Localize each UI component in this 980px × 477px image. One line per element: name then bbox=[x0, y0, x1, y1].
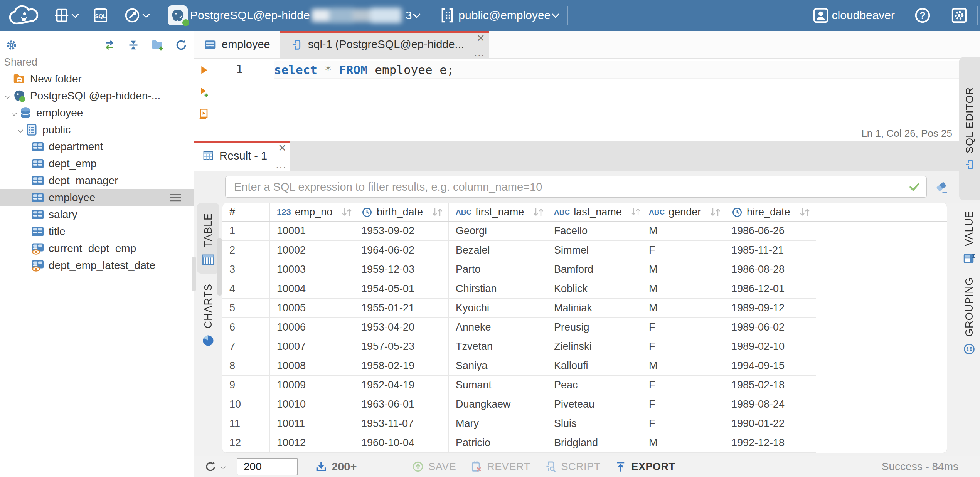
table-cell[interactable]: Koblick bbox=[547, 279, 642, 299]
row-number[interactable]: 1 bbox=[222, 222, 270, 241]
chevron-down-icon[interactable] bbox=[9, 108, 19, 118]
table-cell[interactable]: 1959-12-03 bbox=[354, 260, 449, 279]
new-folder-icon[interactable] bbox=[150, 38, 164, 52]
close-icon[interactable]: ✕ bbox=[477, 33, 485, 43]
tree-item-new-folder[interactable]: New folder bbox=[0, 71, 194, 87]
table-cell[interactable]: Chirstian bbox=[449, 279, 547, 299]
table-cell[interactable]: Kalloufi bbox=[547, 356, 642, 376]
table-cell[interactable]: Saniya bbox=[449, 356, 547, 376]
column-header-first_name[interactable]: ABCfirst_name bbox=[449, 203, 547, 221]
table-cell[interactable]: Tzvetan bbox=[449, 337, 547, 356]
sort-icon[interactable] bbox=[340, 207, 353, 218]
table-cell[interactable]: 1952-04-19 bbox=[354, 376, 449, 395]
table-cell[interactable]: Bezalel bbox=[449, 241, 547, 260]
row-number[interactable]: 2 bbox=[222, 241, 270, 260]
execute-new-tab-icon[interactable] bbox=[198, 86, 210, 98]
fetch-more-button[interactable]: 200+ bbox=[315, 460, 357, 473]
table-cell[interactable]: 1986-06-26 bbox=[724, 222, 816, 241]
refresh-tree-icon[interactable] bbox=[174, 38, 188, 52]
table-cell[interactable]: Peac bbox=[547, 376, 642, 395]
execute-script-icon[interactable] bbox=[198, 107, 210, 119]
table-cell[interactable]: 1963-06-01 bbox=[354, 395, 449, 414]
sync-connection-icon[interactable] bbox=[103, 38, 116, 52]
tree-item-dept_manager[interactable]: dept_manager bbox=[0, 172, 194, 189]
new-connection-button[interactable] bbox=[45, 0, 85, 31]
table-cell[interactable]: 1986-12-01 bbox=[724, 279, 816, 299]
table-cell[interactable]: M bbox=[642, 356, 724, 376]
table-cell[interactable]: M bbox=[642, 260, 724, 279]
column-header-birth_date[interactable]: birth_date bbox=[354, 203, 449, 221]
sort-icon[interactable] bbox=[798, 207, 811, 218]
column-header-last_name[interactable]: ABClast_name bbox=[547, 203, 642, 221]
code-area[interactable]: select * FROM employee e; bbox=[268, 59, 980, 126]
row-number[interactable]: 6 bbox=[222, 318, 270, 337]
tab-menu-icon[interactable]: ... bbox=[276, 160, 286, 170]
settings-button[interactable] bbox=[943, 0, 975, 31]
table-cell[interactable]: F bbox=[642, 318, 724, 337]
table-cell[interactable]: Mary bbox=[449, 414, 547, 433]
table-cell[interactable]: Patricio bbox=[449, 433, 547, 453]
table-cell[interactable]: 1957-05-23 bbox=[354, 337, 449, 356]
driver-tools-button[interactable] bbox=[116, 0, 156, 31]
table-cell[interactable]: M bbox=[642, 433, 724, 453]
sql-editor-button[interactable]: SQL bbox=[85, 0, 116, 31]
table-cell[interactable]: 1960-10-04 bbox=[354, 433, 449, 453]
row-number[interactable]: 4 bbox=[222, 279, 270, 299]
help-button[interactable]: ? bbox=[907, 0, 938, 31]
sort-icon[interactable] bbox=[630, 207, 642, 218]
execute-query-icon[interactable] bbox=[198, 64, 210, 76]
table-cell[interactable]: 1989-02-10 bbox=[724, 337, 816, 356]
export-button[interactable]: EXPORT bbox=[614, 460, 675, 473]
table-cell[interactable]: Facello bbox=[547, 222, 642, 241]
chevron-down-icon[interactable] bbox=[3, 91, 12, 101]
tab-sql-editor-side[interactable]: SQL EDITOR bbox=[959, 57, 980, 200]
sort-icon[interactable] bbox=[709, 207, 722, 218]
table-cell[interactable]: Kyoichi bbox=[449, 299, 547, 318]
tree-item-public[interactable]: public bbox=[0, 121, 194, 138]
close-icon[interactable]: ✕ bbox=[278, 143, 286, 153]
table-cell[interactable]: 10010 bbox=[270, 395, 354, 414]
row-number[interactable]: 5 bbox=[222, 299, 270, 318]
tab-menu-icon[interactable]: ... bbox=[474, 47, 485, 57]
table-cell[interactable]: 1992-12-18 bbox=[724, 433, 816, 453]
table-cell[interactable]: Preusig bbox=[547, 318, 642, 337]
tree-item-dept_emp[interactable]: dept_emp bbox=[0, 155, 194, 172]
chevron-down-icon[interactable] bbox=[15, 125, 25, 134]
apply-filter-button[interactable] bbox=[902, 176, 926, 197]
table-cell[interactable]: Piveteau bbox=[547, 395, 642, 414]
table-cell[interactable]: 1953-04-20 bbox=[354, 318, 449, 337]
revert-button[interactable]: REVERT bbox=[470, 460, 530, 473]
table-cell[interactable]: 10004 bbox=[270, 279, 354, 299]
table-cell[interactable]: 10012 bbox=[270, 433, 354, 453]
row-number[interactable]: 12 bbox=[222, 433, 270, 453]
tree-item-current_dept_emp[interactable]: current_dept_emp bbox=[0, 240, 194, 257]
clear-filter-eraser-icon[interactable] bbox=[934, 179, 949, 195]
table-cell[interactable]: 1958-02-19 bbox=[354, 356, 449, 376]
sort-icon[interactable] bbox=[431, 207, 444, 218]
table-cell[interactable]: Georgi bbox=[449, 222, 547, 241]
table-cell[interactable]: Bridgland bbox=[547, 433, 642, 453]
table-cell[interactable]: 1985-11-21 bbox=[724, 241, 816, 260]
table-cell[interactable]: 1985-02-18 bbox=[724, 376, 816, 395]
table-cell[interactable]: 1986-08-28 bbox=[724, 260, 816, 279]
table-cell[interactable]: F bbox=[642, 241, 724, 260]
column-header-hire_date[interactable]: hire_date bbox=[724, 203, 816, 221]
tree-item-department[interactable]: department bbox=[0, 138, 194, 155]
row-menu-icon[interactable] bbox=[169, 192, 183, 203]
table-cell[interactable]: 1964-06-02 bbox=[354, 241, 449, 260]
table-cell[interactable]: F bbox=[642, 395, 724, 414]
user-menu[interactable]: cloudbeaver bbox=[805, 0, 902, 31]
table-cell[interactable]: Parto bbox=[449, 260, 547, 279]
schema-selector[interactable]: public@employee bbox=[431, 0, 565, 31]
table-cell[interactable]: Simmel bbox=[547, 241, 642, 260]
tree-item-dept_emp_latest_date[interactable]: dept_emp_latest_date bbox=[0, 257, 194, 274]
tab-value[interactable]: VALUE bbox=[962, 211, 976, 265]
row-number[interactable]: 3 bbox=[222, 260, 270, 279]
tab-employee[interactable]: employee bbox=[194, 31, 280, 58]
sidebar-splitter-handle[interactable] bbox=[192, 257, 196, 291]
table-cell[interactable]: 1989-09-12 bbox=[724, 299, 816, 318]
save-button[interactable]: SAVE bbox=[411, 460, 456, 473]
collapse-all-icon[interactable] bbox=[126, 38, 140, 52]
table-cell[interactable]: 1990-01-22 bbox=[724, 414, 816, 433]
column-header-emp_no[interactable]: 123emp_no bbox=[270, 203, 354, 221]
